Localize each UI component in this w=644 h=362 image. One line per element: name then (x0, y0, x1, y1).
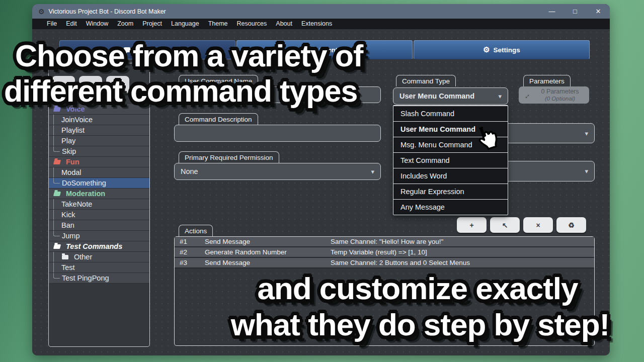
action-row[interactable]: #2 Generate Random Number Temp Variable … (175, 247, 594, 258)
dropdown-option[interactable]: Any Message (393, 199, 508, 215)
chevron-down-icon: ▾ (371, 168, 374, 175)
command-tree: Voice JoinVoice Playlist (49, 104, 149, 284)
tree-row[interactable]: Test PingPong (49, 273, 149, 284)
folder-icon (62, 255, 68, 259)
tree-row[interactable]: TakeNote (49, 199, 149, 210)
chevron-down-icon: ▾ (585, 130, 588, 137)
tree-row-label: Jump (62, 232, 79, 240)
menu-item[interactable]: Edit (61, 19, 82, 29)
action-name: Send Message (205, 259, 331, 266)
action-detail: Same Channel: 2 Buttons and 0 Select Men… (331, 259, 594, 266)
tree-row-label: Test Commands (66, 242, 122, 250)
parameters-label: Parameters (523, 75, 571, 86)
action-row[interactable]: #3 Send Message Same Channel: 2 Buttons … (175, 258, 594, 268)
menu-item[interactable]: Zoom (113, 19, 138, 29)
menu-item[interactable]: Theme (204, 19, 232, 29)
tab-icon (483, 45, 490, 54)
command-description-input[interactable] (174, 125, 381, 142)
tree-row-label: Fun (66, 158, 79, 166)
tree-row[interactable]: Play (49, 136, 149, 146)
tree-row-label: DoSomething (62, 179, 106, 187)
remove-action-button[interactable]: × (523, 217, 553, 233)
dropdown-option-label: Includes Word (400, 172, 447, 180)
tree-row[interactable]: Test Commands (49, 241, 149, 252)
titlebar: ⚙ Victorious Project Bot - Discord Bot M… (32, 4, 610, 19)
dropdown-option-label: Slash Command (400, 110, 454, 118)
tree-row[interactable]: Modal (49, 167, 149, 178)
menu-item[interactable]: Window (82, 19, 113, 29)
tree-row[interactable]: Skip (49, 146, 149, 157)
action-row[interactable]: #1 Send Message Same Channel: "Hello! Ho… (175, 237, 594, 247)
tree-row[interactable]: Test (49, 262, 149, 273)
actions-panel-label: Actions (179, 225, 213, 236)
menubar: FileEditWindowZoomProjectLanguageThemeRe… (32, 19, 610, 29)
window-controls: — □ ✕ (540, 4, 610, 19)
dropdown-option-label: Regular Expression (400, 188, 464, 196)
tree-connector (53, 199, 60, 209)
tree-row-label: Moderation (66, 190, 105, 198)
dropdown-option[interactable]: Text Command (393, 152, 508, 168)
command-type-select[interactable]: User Menu Command ▾ (393, 87, 508, 105)
menu-item[interactable]: Language (167, 19, 204, 29)
action-detail: Same Channel: "Hello! How are you!" (331, 238, 594, 245)
add-action-button[interactable]: + (457, 217, 487, 233)
maximize-button[interactable]: □ (564, 4, 587, 19)
folder-icon (53, 160, 61, 164)
tree-row[interactable]: Ban (49, 220, 149, 231)
tree-row[interactable]: JoinVoice (49, 115, 149, 125)
close-button[interactable]: ✕ (587, 4, 610, 19)
tree-row-label: JoinVoice (61, 116, 93, 124)
description-field-label: Command Description (179, 113, 258, 125)
parameters-summary: 0 Parameters (0 Optional) (534, 88, 589, 103)
chevron-down-icon: ▾ (585, 167, 588, 175)
menu-item[interactable]: Extensions (297, 19, 337, 29)
permission-select[interactable]: None ▾ (174, 163, 381, 180)
parameters-button[interactable]: ↔ 0 Parameters (0 Optional) (519, 86, 589, 104)
window-title: Victorious Project Bot - Discord Bot Mak… (49, 8, 166, 15)
chevron-down-icon: ▾ (498, 93, 502, 100)
menu-item[interactable]: File (42, 19, 61, 29)
tree-connector (53, 231, 60, 236)
recycle-action-button[interactable]: ♻ (556, 217, 586, 233)
tree-connector (53, 178, 60, 184)
overlay-caption-bottom-line1: and customize exactly (196, 270, 639, 306)
permission-field-label: Primary Required Permission (179, 151, 279, 163)
action-number: #1 (175, 238, 205, 245)
tree-connector (53, 146, 60, 152)
menu-item[interactable]: Project (138, 19, 167, 29)
expand-arrows-icon: ↔ (518, 86, 534, 103)
overlay-caption-bottom-line2: what they do step by step! (181, 307, 644, 342)
dropdown-option-label: User Menu Command (400, 125, 475, 133)
tree-row[interactable]: Playlist (49, 125, 149, 136)
dropdown-option[interactable]: Regular Expression (393, 184, 508, 199)
minimize-button[interactable]: — (540, 4, 564, 19)
overlay-caption-top-line1: Choose from a variety of (15, 38, 363, 73)
tree-connector (53, 167, 60, 177)
tree-connector (53, 220, 60, 230)
tree-row-label: Playlist (61, 126, 85, 134)
menu-item[interactable]: Resources (232, 19, 272, 29)
tree-row-label: Kick (61, 211, 75, 219)
dropdown-option[interactable]: Includes Word (393, 168, 508, 184)
tree-row[interactable]: DoSomething (49, 178, 149, 189)
tree-row[interactable]: Fun (49, 157, 149, 167)
tree-row[interactable]: Jump (49, 231, 149, 241)
tree-row[interactable]: Kick (49, 210, 149, 220)
tab[interactable]: Settings (414, 40, 590, 59)
menu-item[interactable]: About (271, 19, 297, 29)
action-number: #2 (175, 248, 205, 256)
tree-row-label: Skip (62, 147, 76, 155)
tree-row[interactable]: Other (49, 252, 149, 262)
folder-icon (53, 244, 61, 249)
tree-row-label: Test (61, 263, 75, 272)
tree-row[interactable]: Moderation (49, 189, 149, 199)
pointer-tool-button[interactable]: ↖ (490, 217, 520, 233)
tree-row-label: Other (74, 253, 92, 261)
app-logo-icon: ⚙ (38, 8, 45, 16)
dropdown-option-label: Text Command (400, 156, 450, 164)
parameters-optional: (0 Optional) (534, 96, 586, 103)
tree-connector (53, 262, 60, 273)
dropdown-option[interactable]: Slash Command (393, 106, 508, 121)
tree-connector (53, 252, 60, 262)
overlay-caption-top-line2: different command types (4, 73, 357, 109)
